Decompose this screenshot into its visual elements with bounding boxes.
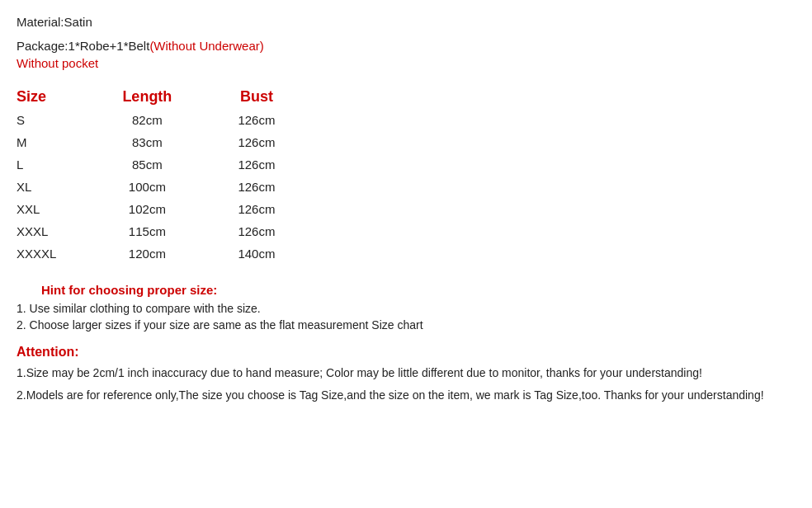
table-row: XL100cm126cm	[17, 176, 341, 198]
table-cell-3-0: XL	[17, 176, 122, 198]
table-cell-5-0: XXXL	[17, 220, 122, 242]
table-cell-4-0: XXL	[17, 198, 122, 220]
table-cell-5-1: 115cm	[122, 220, 238, 242]
table-cell-1-1: 83cm	[122, 131, 238, 153]
table-cell-1-2: 126cm	[238, 131, 341, 153]
table-row: L85cm126cm	[17, 153, 341, 176]
package-value: 1*Robe+1*Belt	[68, 39, 150, 53]
hint-item-2: 2. Choose larger sizes if your size are …	[17, 318, 795, 332]
table-cell-0-0: S	[17, 109, 122, 131]
table-row: S82cm126cm	[17, 109, 341, 131]
table-row: XXXL115cm126cm	[17, 220, 341, 242]
attention-item-2: 2.Models are for reference only,The size…	[17, 387, 795, 404]
hint-item-1: 1. Use similar clothing to compare with …	[17, 302, 795, 315]
table-cell-4-2: 126cm	[238, 198, 341, 220]
material-label: Material:	[17, 15, 64, 29]
material-line: Material:Satin	[17, 15, 795, 29]
size-table: Size Length Bust S82cm126cmM83cm126cmL85…	[17, 85, 341, 265]
attention-title: Attention:	[17, 345, 795, 360]
attention-item-1: 1.Size may be 2cm/1 inch inaccuracy due …	[17, 365, 795, 382]
table-cell-3-1: 100cm	[122, 176, 238, 198]
package-line: Package:1*Robe+1*Belt(Without Underwear)	[17, 39, 795, 53]
table-cell-5-2: 126cm	[238, 220, 341, 242]
table-row: M83cm126cm	[17, 131, 341, 153]
hint-section: Hint for choosing proper size: 1. Use si…	[17, 283, 795, 332]
table-cell-6-0: XXXXL	[17, 242, 122, 265]
table-cell-0-2: 126cm	[238, 109, 341, 131]
col-header-bust: Bust	[238, 85, 341, 109]
table-cell-3-2: 126cm	[238, 176, 341, 198]
table-cell-6-2: 140cm	[238, 242, 341, 265]
attention-section: Attention: 1.Size may be 2cm/1 inch inac…	[17, 345, 795, 404]
col-header-length: Length	[122, 85, 238, 109]
table-cell-2-1: 85cm	[122, 153, 238, 176]
table-cell-2-0: L	[17, 153, 122, 176]
table-cell-4-1: 102cm	[122, 198, 238, 220]
table-row: XXXXL120cm140cm	[17, 242, 341, 265]
table-cell-1-0: M	[17, 131, 122, 153]
hint-title: Hint for choosing proper size:	[41, 283, 795, 297]
table-cell-2-2: 126cm	[238, 153, 341, 176]
table-row: XXL102cm126cm	[17, 198, 341, 220]
material-value: Satin	[64, 15, 92, 29]
table-cell-6-1: 120cm	[122, 242, 238, 265]
table-cell-0-1: 82cm	[122, 109, 238, 131]
package-label: Package:	[17, 39, 68, 53]
col-header-size: Size	[17, 85, 122, 109]
package-note: (Without Underwear)	[149, 39, 263, 53]
without-pocket-text: Without pocket	[17, 56, 795, 70]
